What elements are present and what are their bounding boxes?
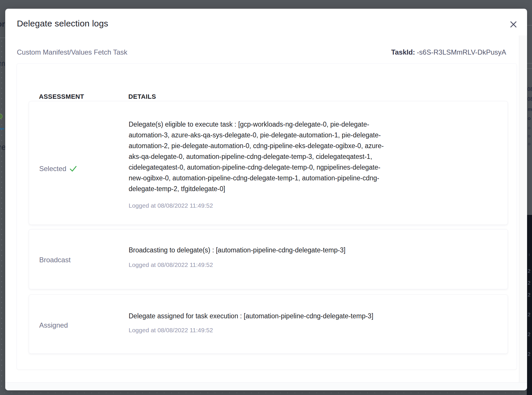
background-dot	[302, 392, 303, 393]
background-dot	[280, 392, 281, 393]
background-dot	[1, 265, 2, 266]
background-dot	[1, 208, 2, 209]
background-text-fragment: 2	[528, 292, 530, 297]
delegate-selection-logs-dialog: Delegate selection logs Custom Manifest/…	[5, 9, 527, 390]
background-dot	[353, 392, 353, 393]
assessment-text: Broadcast	[39, 256, 71, 264]
background-divider	[0, 37, 5, 38]
scrollbar-track[interactable]	[519, 35, 527, 382]
background-dot	[1, 271, 2, 272]
background-dot	[1, 140, 2, 141]
background-dot	[432, 392, 433, 393]
background-dot	[1, 187, 2, 188]
background-dot	[26, 392, 27, 393]
background-dot	[1, 286, 2, 287]
task-name: Custom Manifest/Values Fetch Task	[17, 48, 127, 56]
background-dot	[1, 354, 2, 355]
background-dot	[106, 392, 107, 393]
background-dot	[11, 392, 12, 393]
background-dot	[113, 392, 114, 393]
background-dot	[1, 98, 2, 99]
background-dot	[447, 392, 448, 393]
background-dot	[1, 276, 2, 277]
background-text-fragment: m	[0, 60, 5, 67]
background-dot	[273, 392, 274, 393]
background-dot	[258, 392, 259, 393]
logged-timestamp: Logged at 08/08/2022 11:49:52	[129, 261, 213, 268]
background-dot	[1, 339, 2, 340]
background-dot	[1, 119, 2, 120]
details-text: Delegate(s) eligible to execute task : […	[129, 119, 454, 194]
background-dot	[1, 192, 2, 193]
background-divider	[527, 25, 532, 26]
background-dot	[1, 150, 2, 151]
background-text-fragment: or	[0, 20, 5, 28]
background-dot	[84, 392, 85, 393]
background-dot	[1, 302, 2, 303]
background-dot	[120, 392, 121, 393]
background-dot	[1, 224, 2, 225]
background-dot	[1, 297, 2, 298]
background-dot	[461, 392, 462, 393]
background-dot	[469, 392, 470, 393]
background-dot	[1, 328, 2, 329]
task-id-label: TaskId:	[391, 48, 415, 56]
background-dot	[149, 392, 150, 393]
column-header-assessment: ASSESSMENT	[39, 93, 84, 100]
background-dot	[135, 392, 136, 393]
background-dot	[490, 392, 491, 393]
background-dot	[1, 93, 2, 94]
background-dot	[411, 392, 411, 393]
background-dot	[236, 392, 237, 393]
background-text-fragment: re	[0, 143, 6, 151]
background-dot	[520, 392, 520, 393]
background-dot	[1, 292, 2, 292]
background-text-fragment: 08	[527, 87, 532, 92]
background-dot	[1, 313, 2, 313]
background-divider	[527, 68, 532, 69]
background-dot	[1, 41, 2, 42]
background-dot	[171, 392, 172, 393]
background-dot	[1, 177, 2, 177]
details-text: Delegate assigned for task execution : […	[129, 312, 454, 320]
background-dot	[316, 392, 317, 393]
background-dot	[1, 250, 2, 251]
background-dot	[1, 130, 2, 130]
background-dot	[338, 392, 339, 393]
background-text-fragment: o	[528, 116, 531, 121]
background-dot	[62, 392, 63, 393]
logged-timestamp: Logged at 08/08/2022 11:49:52	[129, 327, 213, 334]
close-button[interactable]	[508, 19, 519, 30]
background-dot	[193, 392, 194, 393]
close-icon	[509, 20, 517, 28]
background-dot	[1, 161, 2, 162]
background-dot	[1, 386, 2, 387]
background-dot	[1, 72, 2, 73]
background-dot	[1, 166, 2, 167]
background-text-fragment: 2	[528, 281, 530, 286]
background-text-fragment: 2	[528, 332, 530, 337]
table-row-assigned: Assigned Delegate assigned for task exec…	[29, 295, 508, 354]
background-dot	[215, 392, 215, 393]
background-dot	[1, 380, 2, 381]
background-dot	[244, 392, 245, 393]
task-id: TaskId:-s6S-R3LSMmRLV-DkPusyA	[391, 48, 506, 56]
background-dot	[287, 392, 288, 393]
background-dot	[454, 392, 455, 393]
assessment-label: Assigned	[39, 321, 68, 329]
table-row-broadcast: Broadcast Broadcasting to delegate(s) : …	[29, 229, 508, 289]
dialog-title: Delegate selection logs	[17, 19, 108, 28]
background-dot	[418, 392, 419, 393]
background-dot	[69, 392, 70, 393]
background-dot	[498, 392, 499, 393]
background-dot	[345, 392, 346, 393]
check-icon	[69, 165, 77, 173]
background-dot	[91, 392, 92, 393]
task-id-value: -s6S-R3LSMmRLV-DkPusyA	[417, 48, 506, 56]
background-dot	[157, 392, 157, 393]
logged-timestamp: Logged at 08/08/2022 11:49:52	[129, 202, 213, 209]
background-dot	[200, 392, 201, 393]
background-dot	[1, 203, 2, 204]
background-dot	[77, 392, 78, 393]
background-dot	[1, 46, 2, 47]
